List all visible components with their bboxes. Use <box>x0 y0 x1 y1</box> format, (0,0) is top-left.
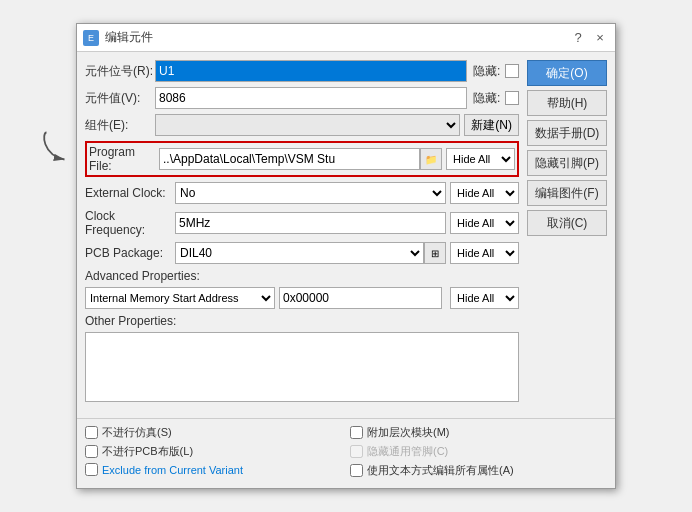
no-sim-row: 不进行仿真(S) <box>85 425 342 440</box>
attach-sub-row: 附加层次模块(M) <box>350 425 607 440</box>
use-text-label: 使用文本方式编辑所有属性(A) <box>367 463 514 478</box>
title-bar: E 编辑元件 ? × <box>77 24 615 52</box>
attach-sub-checkbox[interactable] <box>350 426 363 439</box>
main-content: 元件位号(R): 隐藏: 元件值(V): 隐藏: 组件(E): <box>85 60 519 410</box>
ref-hide-checkbox[interactable] <box>505 64 519 78</box>
other-title: Other Properties: <box>85 314 519 328</box>
edit-comp-button[interactable]: 编辑图件(F) <box>527 180 607 206</box>
no-sim-label: 不进行仿真(S) <box>102 425 172 440</box>
value-row: 元件值(V): 隐藏: <box>85 87 519 109</box>
hide-common-row: 隐藏通用管脚(C) <box>350 444 607 459</box>
pcb-hide-select[interactable]: Hide All Show All Default <box>450 242 519 264</box>
value-hide-checkbox[interactable] <box>505 91 519 105</box>
attach-sub-label: 附加层次模块(M) <box>367 425 450 440</box>
bottom-right: 附加层次模块(M) 隐藏通用管脚(C) 使用文本方式编辑所有属性(A) <box>350 425 607 482</box>
adv-hide-select[interactable]: Hide All Show All Default <box>450 287 519 309</box>
program-hide-select[interactable]: Hide All Show All Default <box>446 148 515 170</box>
ref-row: 元件位号(R): 隐藏: <box>85 60 519 82</box>
no-pcb-checkbox[interactable] <box>85 445 98 458</box>
help-btn[interactable]: 帮助(H) <box>527 90 607 116</box>
ext-clock-select[interactable]: No Yes <box>175 182 446 204</box>
pcb-label: PCB Package: <box>85 246 175 260</box>
clock-freq-hide-select[interactable]: Hide All Show All Default <box>450 212 519 234</box>
hide-pins-button[interactable]: 隐藏引脚(P) <box>527 150 607 176</box>
no-pcb-label: 不进行PCB布版(L) <box>102 444 193 459</box>
title-icon: E <box>83 30 99 46</box>
file-browse-button[interactable]: 📁 <box>420 148 442 170</box>
exclude-row: Exclude from Current Variant <box>85 463 342 476</box>
value-hide-label: 隐藏: <box>473 90 503 107</box>
folder-icon: 📁 <box>425 154 437 165</box>
group-row: 组件(E): 新建(N) <box>85 114 519 136</box>
help-button[interactable]: ? <box>569 29 587 47</box>
hide-common-checkbox[interactable] <box>350 445 363 458</box>
no-sim-checkbox[interactable] <box>85 426 98 439</box>
exclude-checkbox[interactable] <box>85 463 98 476</box>
hide-common-label: 隐藏通用管脚(C) <box>367 444 448 459</box>
title-bar-left: E 编辑元件 <box>83 29 153 46</box>
datasheet-button[interactable]: 数据手册(D) <box>527 120 607 146</box>
title-buttons: ? × <box>569 29 609 47</box>
new-button[interactable]: 新建(N) <box>464 114 519 136</box>
pcb-browse-button[interactable]: ⊞ <box>424 242 446 264</box>
other-textarea[interactable] <box>85 332 519 402</box>
value-input[interactable] <box>155 87 467 109</box>
ref-input[interactable] <box>155 60 467 82</box>
program-file-input[interactable] <box>159 148 420 170</box>
dialog: E 编辑元件 ? × 元件位号(R): 隐藏: 元件值(V): <box>76 23 616 489</box>
clock-freq-input[interactable] <box>175 212 446 234</box>
value-input-group: 隐藏: <box>155 87 519 109</box>
no-pcb-row: 不进行PCB布版(L) <box>85 444 342 459</box>
group-select[interactable] <box>155 114 460 136</box>
adv-value-input[interactable] <box>279 287 442 309</box>
pcb-input-group: DIL40 ⊞ <box>175 242 446 264</box>
ref-hide-label: 隐藏: <box>473 63 503 80</box>
ext-clock-label: External Clock: <box>85 186 175 200</box>
dialog-body: 元件位号(R): 隐藏: 元件值(V): 隐藏: 组件(E): <box>77 52 615 418</box>
ref-input-group: 隐藏: <box>155 60 519 82</box>
arrow-indicator <box>37 128 92 173</box>
bottom-section: 不进行仿真(S) 不进行PCB布版(L) Exclude from Curren… <box>77 418 615 488</box>
program-file-label: Program File: <box>89 145 159 173</box>
program-file-row: Program File: 📁 Hide All Show All Defaul… <box>85 141 519 177</box>
pcb-select[interactable]: DIL40 <box>175 242 424 264</box>
group-label: 组件(E): <box>85 117 155 134</box>
exclude-label: Exclude from Current Variant <box>102 464 243 476</box>
ext-clock-row: External Clock: No Yes Hide All Show All… <box>85 182 519 204</box>
clock-freq-row: Clock Frequency: Hide All Show All Defau… <box>85 209 519 237</box>
adv-title: Advanced Properties: <box>85 269 519 283</box>
pcb-row: PCB Package: DIL40 ⊞ Hide All Show All D… <box>85 242 519 264</box>
value-label: 元件值(V): <box>85 90 155 107</box>
title-icon-text: E <box>88 33 94 43</box>
use-text-checkbox[interactable] <box>350 464 363 477</box>
adv-row: Internal Memory Start Address Hide All S… <box>85 287 519 309</box>
right-buttons: 确定(O) 帮助(H) 数据手册(D) 隐藏引脚(P) 编辑图件(F) 取消(C… <box>527 60 607 410</box>
use-text-row: 使用文本方式编辑所有属性(A) <box>350 463 607 478</box>
title-text: 编辑元件 <box>105 29 153 46</box>
ext-clock-hide-select[interactable]: Hide All Show All Default <box>450 182 519 204</box>
other-section: Other Properties: <box>85 314 519 405</box>
ref-label: 元件位号(R): <box>85 63 155 80</box>
ok-button[interactable]: 确定(O) <box>527 60 607 86</box>
clock-freq-label: Clock Frequency: <box>85 209 175 237</box>
bottom-left: 不进行仿真(S) 不进行PCB布版(L) Exclude from Curren… <box>85 425 342 482</box>
close-button[interactable]: × <box>591 29 609 47</box>
cancel-button[interactable]: 取消(C) <box>527 210 607 236</box>
adv-dropdown[interactable]: Internal Memory Start Address <box>85 287 275 309</box>
